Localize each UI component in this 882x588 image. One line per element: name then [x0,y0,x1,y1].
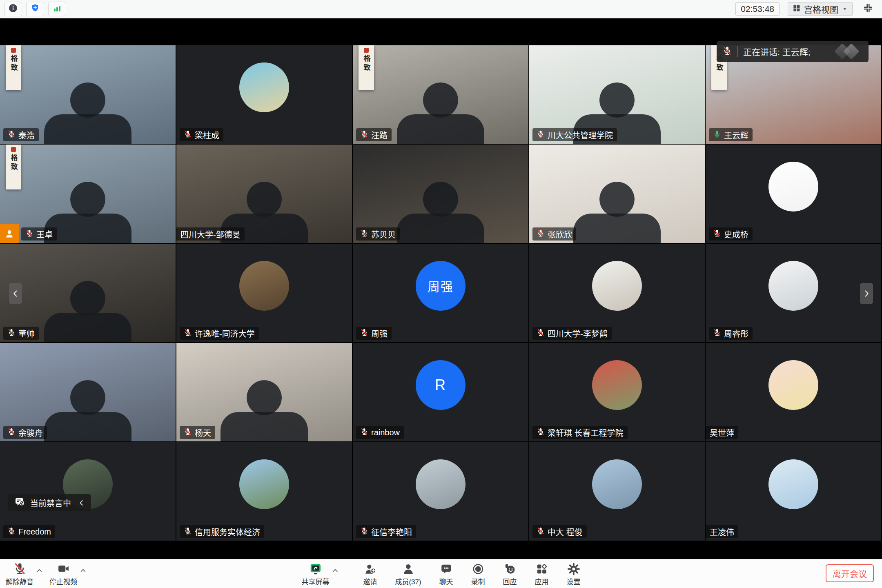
share-screen-options-chevron[interactable] [332,567,339,574]
participant-name: 董帅 [18,327,35,339]
host-badge [0,224,19,243]
record-button[interactable]: 录制 [471,561,485,586]
participant-tile[interactable]: 周强 周强 [353,244,528,342]
participant-tile[interactable]: 史成桥 [706,145,881,243]
invite-icon [364,561,376,575]
participant-tile[interactable]: 四川大学-李梦鹤 [529,244,705,342]
network-quality-button[interactable] [48,2,66,16]
participant-name: 四川大学-邹德旻 [180,228,241,240]
participant-name: 周强 [371,327,388,339]
avatar [416,459,466,509]
apps-button[interactable]: 应用 [535,561,549,586]
share-screen-label: 共享屏幕 [301,576,329,586]
participant-tile[interactable]: 周睿彤 [706,244,881,342]
speaking-toast-text: 正在讲话: 王云辉; [743,45,811,58]
avatar-initials: R [416,360,466,410]
react-icon [503,561,516,575]
mic-muted-icon [13,561,27,575]
participant-name-label: Freedom [3,525,55,538]
stop-video-options-chevron[interactable] [80,567,87,574]
participant-name: 许逸唯-同济大学 [195,327,255,339]
participant-name: 吴世萍 [710,427,734,439]
participant-name-label: 余骏舟 [3,426,47,439]
participant-tile[interactable]: 格致 秦浩 [0,45,176,144]
participant-tile[interactable]: 信用服务实体经济 [176,442,352,541]
participant-tile[interactable]: 杨天 [176,343,352,441]
invite-button[interactable]: 邀请 [363,561,377,586]
security-shield-button[interactable] [26,2,44,16]
participant-name: 张欣欣 [548,228,572,240]
mic-muted-icon [537,229,545,239]
unmute-button[interactable]: 解除静音 [6,561,33,586]
view-mode-label: 宫格视图 [804,3,838,15]
person-silhouette [43,281,133,342]
scroll-poster: 格致 [6,145,21,189]
share-screen-button[interactable]: 共享屏幕 [301,561,329,586]
participant-name: 王云辉 [724,129,748,141]
avatar [768,459,818,509]
chat-banned-icon [14,497,25,509]
chevron-left-icon[interactable] [78,499,85,506]
meeting-info-button[interactable] [4,2,22,16]
participant-tile[interactable]: 王凌伟 [706,442,881,541]
mic-muted-icon [722,46,732,58]
leave-meeting-button[interactable]: 离开会议 [826,564,874,582]
participant-tile[interactable]: 苏贝贝 [353,145,528,243]
avatar [239,261,289,311]
participant-tile[interactable]: 格致 汪路 [353,45,528,144]
participant-tile[interactable]: 征信李艳阳 [353,442,528,541]
invite-label: 邀请 [363,576,377,586]
participant-name-label: 汪路 [356,128,392,141]
participant-tile[interactable]: 四川大学-邹德旻 [176,145,352,243]
members-icon [402,561,414,575]
participant-name: Freedom [18,527,51,537]
participant-name-label: 信用服务实体经济 [180,525,264,538]
participant-tile[interactable]: 格致 王卓 [0,145,176,243]
participant-name: 信用服务实体经济 [195,526,260,538]
avatar [592,261,642,311]
participant-name-label: rainbow [356,426,404,439]
settings-button[interactable]: 设置 [567,561,581,586]
participant-name: 梁轩琪 长春工程学院 [548,427,624,439]
mic-muted-icon [360,328,368,339]
stop-video-button[interactable]: 停止视频 [49,561,77,586]
participant-tile[interactable]: 中大 程俊 [529,442,705,541]
chat-button[interactable]: 聊天 [439,561,453,586]
participant-tile[interactable]: 梁轩琪 长春工程学院 [529,343,705,441]
mic-muted-icon [184,130,192,140]
exit-fullscreen-button[interactable] [861,2,875,16]
poster-seal [364,48,369,53]
participant-tile[interactable]: 许逸唯-同济大学 [176,244,352,342]
record-icon [472,561,484,575]
participant-tile[interactable]: 董帅 [0,244,176,342]
video-grid: 正在讲话: 王云辉; 当前禁言中 格致 秦浩 梁柱成格致 汪路 川大公共管理学院… [0,18,882,559]
exit-fullscreen-icon [862,2,874,16]
poster-text: 格致 [9,55,19,73]
view-mode-button[interactable]: 宫格视图 [788,2,853,16]
participant-name-label: 中大 程俊 [532,525,587,538]
person-silhouette [43,82,133,144]
mic-muted-icon [537,328,545,339]
participant-tile[interactable]: Freedom [0,442,176,541]
unmute-options-chevron[interactable] [36,567,43,574]
participant-tile[interactable]: 川大公共管理学院 [529,45,705,144]
participant-tile[interactable]: 余骏舟 [0,343,176,441]
participant-tile[interactable]: 张欣欣 [529,145,705,243]
chat-muted-banner-text: 当前禁言中 [30,497,71,509]
info-icon [8,3,18,15]
members-button[interactable]: 成员(37) [395,561,421,586]
participant-name-label: 梁柱成 [180,128,223,141]
mic-muted-icon [360,428,368,438]
participant-name-label: 周强 [356,327,392,340]
participant-tile[interactable]: 吴世萍 [706,343,881,441]
person-silhouette [43,380,133,441]
camera-icon [57,561,70,575]
participant-tile[interactable]: 梁柱成 [176,45,352,144]
apps-label: 应用 [535,576,549,586]
grid-page-next-button[interactable] [860,283,873,304]
mic-muted-icon [7,527,16,537]
participant-tile[interactable]: R rainbow [353,343,528,441]
react-button[interactable]: 回应 [503,561,517,586]
person-silhouette [396,82,486,144]
grid-page-previous-button[interactable] [9,283,22,304]
